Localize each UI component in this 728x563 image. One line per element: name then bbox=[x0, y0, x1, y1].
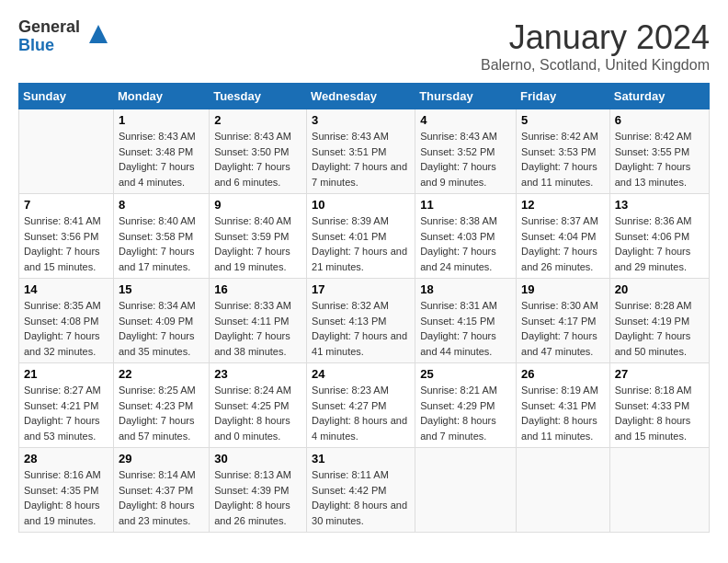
day-info: Sunrise: 8:40 AMSunset: 3:59 PMDaylight:… bbox=[214, 213, 301, 274]
calendar-cell bbox=[517, 448, 610, 533]
day-info: Sunrise: 8:11 AMSunset: 4:42 PMDaylight:… bbox=[312, 467, 410, 528]
day-number: 2 bbox=[214, 113, 301, 127]
day-number: 4 bbox=[420, 113, 511, 127]
day-number: 29 bbox=[119, 452, 204, 465]
calendar-cell: 24Sunrise: 8:23 AMSunset: 4:27 PMDayligh… bbox=[307, 363, 415, 448]
calendar-week-row: 28Sunrise: 8:16 AMSunset: 4:35 PMDayligh… bbox=[19, 448, 710, 533]
header-thursday: Thursday bbox=[415, 84, 517, 109]
day-number: 12 bbox=[521, 198, 605, 212]
calendar-cell: 23Sunrise: 8:24 AMSunset: 4:25 PMDayligh… bbox=[210, 363, 307, 448]
logo-icon bbox=[85, 20, 112, 48]
logo-text: General Blue bbox=[18, 18, 80, 55]
day-info: Sunrise: 8:41 AMSunset: 3:56 PMDaylight:… bbox=[24, 213, 108, 274]
day-info: Sunrise: 8:42 AMSunset: 3:53 PMDaylight:… bbox=[521, 129, 605, 190]
day-number: 21 bbox=[24, 367, 108, 381]
day-number: 10 bbox=[312, 198, 410, 212]
day-info: Sunrise: 8:43 AMSunset: 3:50 PMDaylight:… bbox=[214, 129, 301, 190]
day-number: 22 bbox=[119, 367, 204, 381]
day-info: Sunrise: 8:42 AMSunset: 3:55 PMDaylight:… bbox=[615, 129, 704, 190]
header-tuesday: Tuesday bbox=[210, 84, 307, 109]
day-info: Sunrise: 8:19 AMSunset: 4:31 PMDaylight:… bbox=[521, 383, 605, 443]
calendar-cell: 10Sunrise: 8:39 AMSunset: 4:01 PMDayligh… bbox=[307, 194, 415, 279]
day-info: Sunrise: 8:39 AMSunset: 4:01 PMDaylight:… bbox=[312, 213, 410, 274]
day-info: Sunrise: 8:31 AMSunset: 4:15 PMDaylight:… bbox=[420, 298, 511, 359]
day-number: 23 bbox=[214, 367, 301, 381]
day-info: Sunrise: 8:37 AMSunset: 4:04 PMDaylight:… bbox=[521, 213, 605, 274]
calendar-cell bbox=[415, 448, 517, 533]
day-number: 11 bbox=[420, 198, 511, 212]
header-monday: Monday bbox=[113, 84, 209, 109]
day-info: Sunrise: 8:38 AMSunset: 4:03 PMDaylight:… bbox=[420, 213, 511, 274]
calendar-cell: 12Sunrise: 8:37 AMSunset: 4:04 PMDayligh… bbox=[517, 194, 610, 279]
day-info: Sunrise: 8:27 AMSunset: 4:21 PMDaylight:… bbox=[24, 383, 108, 443]
calendar-cell: 17Sunrise: 8:32 AMSunset: 4:13 PMDayligh… bbox=[307, 279, 415, 363]
calendar-cell: 1Sunrise: 8:43 AMSunset: 3:48 PMDaylight… bbox=[113, 109, 209, 194]
day-info: Sunrise: 8:32 AMSunset: 4:13 PMDaylight:… bbox=[312, 298, 410, 359]
day-number: 20 bbox=[615, 282, 704, 296]
header-friday: Friday bbox=[517, 84, 610, 109]
day-number: 30 bbox=[214, 452, 301, 465]
calendar-cell: 7Sunrise: 8:41 AMSunset: 3:56 PMDaylight… bbox=[19, 194, 114, 279]
day-info: Sunrise: 8:25 AMSunset: 4:23 PMDaylight:… bbox=[119, 383, 204, 443]
day-info: Sunrise: 8:34 AMSunset: 4:09 PMDaylight:… bbox=[119, 298, 204, 359]
calendar-cell: 11Sunrise: 8:38 AMSunset: 4:03 PMDayligh… bbox=[415, 194, 517, 279]
calendar-cell: 3Sunrise: 8:43 AMSunset: 3:51 PMDaylight… bbox=[307, 109, 415, 194]
day-number: 19 bbox=[521, 282, 605, 296]
calendar-cell: 18Sunrise: 8:31 AMSunset: 4:15 PMDayligh… bbox=[415, 279, 517, 363]
calendar-header-row: SundayMondayTuesdayWednesdayThursdayFrid… bbox=[19, 84, 710, 109]
calendar-cell: 19Sunrise: 8:30 AMSunset: 4:17 PMDayligh… bbox=[517, 279, 610, 363]
day-number: 13 bbox=[615, 198, 704, 212]
day-number: 24 bbox=[312, 367, 410, 381]
month-title: January 2024 bbox=[481, 18, 710, 57]
day-number: 15 bbox=[119, 282, 204, 296]
day-number: 3 bbox=[312, 113, 410, 127]
calendar-cell: 28Sunrise: 8:16 AMSunset: 4:35 PMDayligh… bbox=[19, 448, 114, 533]
calendar-cell: 20Sunrise: 8:28 AMSunset: 4:19 PMDayligh… bbox=[609, 279, 709, 363]
day-info: Sunrise: 8:30 AMSunset: 4:17 PMDaylight:… bbox=[521, 298, 605, 359]
day-number: 26 bbox=[521, 367, 605, 381]
day-info: Sunrise: 8:36 AMSunset: 4:06 PMDaylight:… bbox=[615, 213, 704, 274]
day-number: 6 bbox=[615, 113, 704, 127]
logo-blue: Blue bbox=[18, 37, 80, 55]
day-number: 16 bbox=[214, 282, 301, 296]
day-number: 9 bbox=[214, 198, 301, 212]
day-info: Sunrise: 8:23 AMSunset: 4:27 PMDaylight:… bbox=[312, 383, 410, 443]
calendar-week-row: 1Sunrise: 8:43 AMSunset: 3:48 PMDaylight… bbox=[19, 109, 710, 194]
calendar-week-row: 14Sunrise: 8:35 AMSunset: 4:08 PMDayligh… bbox=[19, 279, 710, 363]
calendar-week-row: 21Sunrise: 8:27 AMSunset: 4:21 PMDayligh… bbox=[19, 363, 710, 448]
day-info: Sunrise: 8:16 AMSunset: 4:35 PMDaylight:… bbox=[24, 467, 108, 528]
calendar-cell bbox=[609, 448, 709, 533]
calendar-cell: 9Sunrise: 8:40 AMSunset: 3:59 PMDaylight… bbox=[210, 194, 307, 279]
day-info: Sunrise: 8:28 AMSunset: 4:19 PMDaylight:… bbox=[615, 298, 704, 359]
calendar-cell bbox=[19, 109, 114, 194]
calendar-cell: 22Sunrise: 8:25 AMSunset: 4:23 PMDayligh… bbox=[113, 363, 209, 448]
day-number: 7 bbox=[24, 198, 108, 212]
day-number: 5 bbox=[521, 113, 605, 127]
calendar-cell: 27Sunrise: 8:18 AMSunset: 4:33 PMDayligh… bbox=[609, 363, 709, 448]
header-saturday: Saturday bbox=[609, 84, 709, 109]
calendar-cell: 21Sunrise: 8:27 AMSunset: 4:21 PMDayligh… bbox=[19, 363, 114, 448]
title-block: January 2024 Balerno, Scotland, United K… bbox=[481, 18, 710, 74]
calendar-cell: 26Sunrise: 8:19 AMSunset: 4:31 PMDayligh… bbox=[517, 363, 610, 448]
header-wednesday: Wednesday bbox=[307, 84, 415, 109]
day-info: Sunrise: 8:43 AMSunset: 3:48 PMDaylight:… bbox=[119, 129, 204, 190]
day-info: Sunrise: 8:40 AMSunset: 3:58 PMDaylight:… bbox=[119, 213, 204, 274]
calendar-cell: 13Sunrise: 8:36 AMSunset: 4:06 PMDayligh… bbox=[609, 194, 709, 279]
header-sunday: Sunday bbox=[19, 84, 114, 109]
calendar-cell: 16Sunrise: 8:33 AMSunset: 4:11 PMDayligh… bbox=[210, 279, 307, 363]
day-number: 31 bbox=[312, 452, 410, 465]
svg-marker-0 bbox=[89, 25, 108, 43]
subtitle: Balerno, Scotland, United Kingdom bbox=[481, 57, 710, 74]
day-info: Sunrise: 8:13 AMSunset: 4:39 PMDaylight:… bbox=[214, 467, 301, 528]
calendar-cell: 31Sunrise: 8:11 AMSunset: 4:42 PMDayligh… bbox=[307, 448, 415, 533]
day-number: 18 bbox=[420, 282, 511, 296]
logo: General Blue bbox=[18, 18, 112, 55]
calendar-cell: 5Sunrise: 8:42 AMSunset: 3:53 PMDaylight… bbox=[517, 109, 610, 194]
calendar-table: SundayMondayTuesdayWednesdayThursdayFrid… bbox=[18, 83, 710, 533]
logo-general: General bbox=[18, 18, 80, 37]
calendar-cell: 25Sunrise: 8:21 AMSunset: 4:29 PMDayligh… bbox=[415, 363, 517, 448]
day-number: 14 bbox=[24, 282, 108, 296]
calendar-cell: 8Sunrise: 8:40 AMSunset: 3:58 PMDaylight… bbox=[113, 194, 209, 279]
day-number: 1 bbox=[119, 113, 204, 127]
day-info: Sunrise: 8:21 AMSunset: 4:29 PMDaylight:… bbox=[420, 383, 511, 443]
